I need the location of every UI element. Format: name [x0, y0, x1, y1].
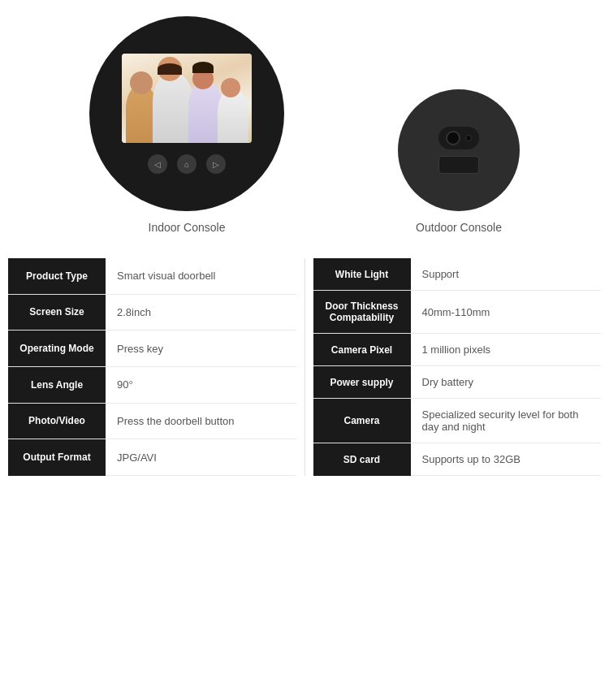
table-row: Lens Angle 90° [8, 366, 296, 403]
table-row: Photo/Video Press the doorbell button [8, 403, 296, 439]
spec-label: White Light [313, 258, 411, 291]
table-row: White Light Support [313, 258, 602, 291]
table-row: Camera Specialized security level for bo… [313, 399, 602, 443]
spec-label: Camera Pixel [313, 334, 411, 366]
spec-value: Dry battery [411, 366, 602, 399]
indoor-console-item: ◁ ⌂ ▷ Indoor Console [89, 16, 284, 234]
table-row: Screen Size 2.8inch [8, 294, 296, 331]
table-row: Operating Mode Press key [8, 331, 296, 367]
left-specs-table: Product Type Smart visual doorbell Scree… [8, 258, 296, 476]
spec-label: Screen Size [8, 294, 106, 331]
spec-label: Product Type [8, 258, 106, 294]
spec-label: Camera [313, 399, 411, 443]
table-row: Door Thickness Compatability 40mm-110mm [313, 291, 602, 334]
spec-value: Press key [106, 331, 296, 367]
indoor-label: Indoor Console [149, 221, 226, 234]
motion-sensor [438, 156, 479, 174]
product-images-section: ◁ ⌂ ▷ Indoor Console Outdoor Console [0, 0, 609, 242]
secondary-lens [465, 135, 472, 141]
outdoor-label: Outdoor Console [416, 221, 502, 234]
prev-button[interactable]: ◁ [148, 154, 167, 174]
spec-value: 1 million pixels [411, 334, 602, 366]
specs-divider [304, 258, 305, 476]
spec-value: 90° [106, 366, 296, 403]
table-row: Power supply Dry battery [313, 366, 602, 399]
outdoor-console-circle [398, 89, 520, 211]
spec-value: Smart visual doorbell [106, 258, 296, 294]
spec-label: Door Thickness Compatability [313, 291, 411, 334]
camera-lens [438, 127, 479, 149]
spec-label: Photo/Video [8, 403, 106, 439]
table-row: SD card Supports up to 32GB [313, 443, 602, 476]
indoor-screen [122, 54, 252, 143]
right-specs-table: White Light Support Door Thickness Compa… [313, 258, 602, 476]
table-row: Output Format JPG/AVI [8, 439, 296, 476]
spec-label: Operating Mode [8, 331, 106, 367]
spec-label: SD card [313, 443, 411, 476]
indoor-buttons: ◁ ⌂ ▷ [148, 154, 226, 174]
outdoor-console-item: Outdoor Console [398, 89, 520, 234]
main-lens [446, 131, 460, 145]
home-button[interactable]: ⌂ [177, 154, 197, 174]
table-row: Product Type Smart visual doorbell [8, 258, 296, 294]
family-photo [122, 54, 252, 143]
spec-label: Lens Angle [8, 366, 106, 403]
spec-value: Support [411, 258, 602, 291]
table-row: Camera Pixel 1 million pixels [313, 334, 602, 366]
spec-label: Output Format [8, 439, 106, 476]
next-button[interactable]: ▷ [206, 154, 226, 174]
specs-section: Product Type Smart visual doorbell Scree… [0, 242, 609, 492]
spec-label: Power supply [313, 366, 411, 399]
spec-value: 40mm-110mm [411, 291, 602, 334]
spec-value: 2.8inch [106, 294, 296, 331]
spec-value: JPG/AVI [106, 439, 296, 476]
spec-value: Specialized security level for both day … [411, 399, 602, 443]
spec-value: Press the doorbell button [106, 403, 296, 439]
spec-value: Supports up to 32GB [411, 443, 602, 476]
indoor-console-circle: ◁ ⌂ ▷ [89, 16, 284, 211]
